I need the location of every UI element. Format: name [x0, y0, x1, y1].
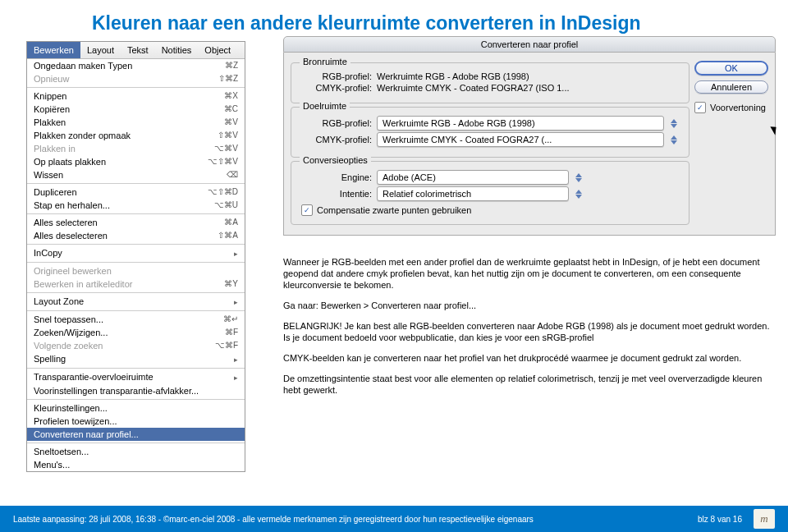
src-rgb-label: RGB-profiel:: [298, 71, 372, 81]
menu-tab-bewerken[interactable]: Bewerken: [27, 42, 80, 58]
menubar: Bewerken Layout Tekst Notities Object: [27, 42, 245, 59]
preview-label: Voorvertoning: [710, 103, 766, 112]
page-title: Kleuren naar een andere kleurruimte conv…: [0, 0, 788, 41]
convert-profile-dialog: Converteren naar profiel Bronruimte RGB-…: [283, 36, 776, 236]
menu-item[interactable]: Profielen toewijzen...: [27, 415, 245, 428]
menu-bewerken: Bewerken Layout Tekst Notities Object On…: [26, 41, 245, 472]
preview-checkbox[interactable]: ✓: [694, 102, 706, 113]
menu-item[interactable]: Spelling: [27, 352, 245, 366]
menu-item[interactable]: Wissen⌫: [27, 168, 245, 181]
paragraph: De omzettingsintentie staat best voor al…: [283, 373, 772, 396]
menu-item[interactable]: Layout Zone: [27, 295, 245, 309]
src-cmyk-label: CMYK-profiel:: [298, 83, 372, 93]
paragraph: BELANGRIJK! Je kan best alle RGB-beelden…: [283, 320, 772, 343]
menu-item[interactable]: Converteren naar profiel...: [27, 428, 245, 441]
menu-item[interactable]: Alles selecteren⌘A: [27, 216, 245, 229]
menu-tab-layout[interactable]: Layout: [80, 42, 121, 58]
dest-rgb-select[interactable]: Werkruimte RGB - Adobe RGB (1998): [377, 116, 664, 131]
src-rgb-value: Werkruimte RGB - Adobe RGB (1998): [377, 71, 682, 81]
menu-item[interactable]: Kleurinstellingen...: [27, 401, 245, 415]
stepper-icon[interactable]: [671, 116, 682, 131]
menu-item: Bewerken in artikeleditor⌘Y: [27, 277, 245, 291]
dialog-title: Converteren naar profiel: [283, 36, 776, 53]
menu-item: Plakken in⌥⌘V: [27, 142, 245, 155]
menu-item[interactable]: Menu's...: [27, 458, 245, 471]
menu-tab-notities[interactable]: Notities: [155, 42, 199, 58]
cancel-button[interactable]: Annuleren: [694, 80, 768, 94]
menu-item: Opnieuw⇧⌘Z: [27, 72, 245, 85]
article-body: Wanneer je RGB-beelden met een ander pro…: [283, 256, 772, 405]
menu-item[interactable]: Zoeken/Wijzigen...⌘F: [27, 326, 245, 339]
bpc-checkbox[interactable]: ✓: [301, 204, 313, 216]
menu-item[interactable]: Kopiëren⌘C: [27, 103, 245, 116]
footer-bar: Laatste aanpassing: 28 juli 2008, 16:38 …: [0, 506, 788, 532]
conv-legend: Conversieopties: [300, 155, 371, 165]
menu-item[interactable]: Alles deselecteren⇧⌘A: [27, 229, 245, 242]
dest-rgb-label: RGB-profiel:: [298, 118, 372, 128]
menu-tab-object[interactable]: Object: [198, 42, 237, 58]
menu-item[interactable]: Ongedaan maken Typen⌘Z: [27, 59, 245, 72]
engine-label: Engine:: [298, 172, 372, 182]
src-cmyk-value: Werkruimte CMYK - Coated FOGRA27 (ISO 1.…: [377, 83, 682, 93]
menu-item[interactable]: Knippen⌘X: [27, 89, 245, 103]
footer-page: blz 8 van 16: [698, 515, 742, 524]
intent-label: Intentie:: [298, 189, 372, 199]
menu-item[interactable]: Transparantie-overvloeiruimte: [27, 370, 245, 384]
stepper-icon[interactable]: [575, 170, 587, 185]
stepper-icon[interactable]: [671, 132, 682, 147]
menu-item[interactable]: Stap en herhalen...⌥⌘U: [27, 199, 245, 212]
dest-legend: Doelruimte: [300, 101, 350, 111]
menu-item[interactable]: Voorinstellingen transparantie-afvlakker…: [27, 384, 245, 397]
menu-tab-tekst[interactable]: Tekst: [121, 42, 155, 58]
paragraph: CMYK-beelden kan je converteren naar het…: [283, 352, 772, 364]
paragraph: Ga naar: Bewerken > Converteren naar pro…: [283, 300, 772, 311]
menu-item[interactable]: InCopy: [27, 246, 245, 260]
bpc-label: Compensatie zwarte punten gebruiken: [317, 205, 471, 215]
paragraph: Wanneer je RGB-beelden met een ander pro…: [283, 256, 772, 291]
intent-select[interactable]: Relatief colorimetrisch: [377, 186, 569, 201]
menu-item: Origineel bewerken: [27, 264, 245, 277]
menu-item[interactable]: Sneltoetsen...: [27, 445, 245, 458]
engine-select[interactable]: Adobe (ACE): [377, 170, 569, 185]
stepper-icon[interactable]: [575, 186, 587, 201]
dest-cmyk-label: CMYK-profiel:: [298, 135, 372, 144]
source-legend: Bronruimte: [300, 57, 350, 66]
footer-logo-icon: m: [754, 509, 775, 529]
menu-item: Volgende zoeken⌥⌘F: [27, 339, 245, 352]
dest-cmyk-select[interactable]: Werkruimte CMYK - Coated FOGRA27 (...: [377, 132, 664, 147]
ok-button[interactable]: OK: [694, 61, 768, 76]
menu-item[interactable]: Snel toepassen...⌘↵: [27, 313, 245, 326]
menu-item[interactable]: Dupliceren⌥⇧⌘D: [27, 186, 245, 199]
menu-item[interactable]: Plakken⌘V: [27, 116, 245, 129]
footer-left: Laatste aanpassing: 28 juli 2008, 16:38 …: [13, 515, 534, 524]
menu-item[interactable]: Plakken zonder opmaak⇧⌘V: [27, 129, 245, 142]
menu-item[interactable]: Op plaats plakken⌥⇧⌘V: [27, 155, 245, 168]
